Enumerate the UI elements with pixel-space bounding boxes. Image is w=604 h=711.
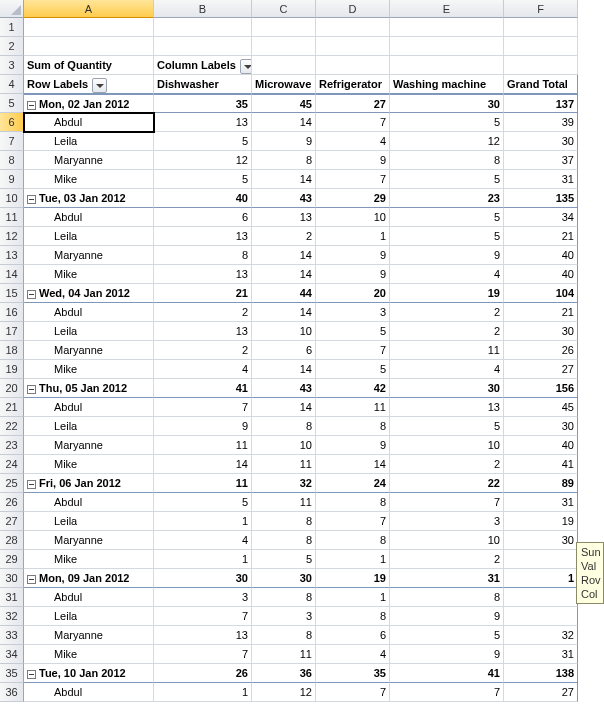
row-header-29[interactable]: 29 — [0, 550, 24, 569]
row-header-1[interactable]: 1 — [0, 18, 24, 37]
pivot-row-label[interactable]: Abdul — [24, 588, 154, 607]
column-header-C[interactable]: C — [252, 0, 316, 18]
row-header-23[interactable]: 23 — [0, 436, 24, 455]
row-header-33[interactable]: 33 — [0, 626, 24, 645]
pivot-group-header[interactable]: Thu, 05 Jan 2012 — [24, 379, 154, 398]
empty-cell[interactable] — [154, 37, 252, 56]
pivot-group-header[interactable]: Wed, 04 Jan 2012 — [24, 284, 154, 303]
row-labels-dropdown-icon[interactable] — [92, 78, 107, 93]
row-header-21[interactable]: 21 — [0, 398, 24, 417]
collapse-icon[interactable] — [27, 575, 36, 584]
pivot-row-label[interactable]: Leila — [24, 322, 154, 341]
pivot-row-label[interactable]: Leila — [24, 607, 154, 626]
column-header-B[interactable]: B — [154, 0, 252, 18]
empty-cell[interactable] — [252, 18, 316, 37]
row-header-13[interactable]: 13 — [0, 246, 24, 265]
column-header-A[interactable]: A — [24, 0, 154, 18]
collapse-icon[interactable] — [27, 670, 36, 679]
row-header-18[interactable]: 18 — [0, 341, 24, 360]
pivot-row-label[interactable]: Abdul — [24, 113, 154, 132]
select-all-corner[interactable] — [0, 0, 24, 18]
collapse-icon[interactable] — [27, 480, 36, 489]
row-header-5[interactable]: 5 — [0, 94, 24, 113]
empty-cell[interactable] — [252, 37, 316, 56]
pivot-row-label[interactable]: Abdul — [24, 398, 154, 417]
pivot-row-label[interactable]: Maryanne — [24, 341, 154, 360]
empty-cell[interactable] — [504, 18, 578, 37]
pivot-row-label[interactable]: Abdul — [24, 208, 154, 227]
pivot-group-header[interactable]: Tue, 03 Jan 2012 — [24, 189, 154, 208]
pivot-row-field[interactable]: Row Labels — [24, 75, 154, 94]
row-header-34[interactable]: 34 — [0, 645, 24, 664]
empty-cell[interactable] — [252, 56, 316, 75]
pivot-row-label[interactable]: Abdul — [24, 493, 154, 512]
pivot-group-header[interactable]: Fri, 06 Jan 2012 — [24, 474, 154, 493]
pivot-row-label[interactable]: Mike — [24, 455, 154, 474]
row-header-31[interactable]: 31 — [0, 588, 24, 607]
row-header-4[interactable]: 4 — [0, 75, 24, 94]
pivot-group-header[interactable]: Mon, 09 Jan 2012 — [24, 569, 154, 588]
pivot-row-label[interactable]: Mike — [24, 170, 154, 189]
pivot-row-label[interactable]: Abdul — [24, 683, 154, 702]
row-header-26[interactable]: 26 — [0, 493, 24, 512]
pivot-row-label[interactable]: Maryanne — [24, 151, 154, 170]
pivot-group-header[interactable]: Mon, 02 Jan 2012 — [24, 94, 154, 113]
row-header-11[interactable]: 11 — [0, 208, 24, 227]
row-header-19[interactable]: 19 — [0, 360, 24, 379]
row-header-3[interactable]: 3 — [0, 56, 24, 75]
pivot-row-label[interactable]: Mike — [24, 645, 154, 664]
pivot-row-label[interactable]: Mike — [24, 265, 154, 284]
pivot-row-label[interactable]: Leila — [24, 132, 154, 151]
row-header-20[interactable]: 20 — [0, 379, 24, 398]
collapse-icon[interactable] — [27, 101, 36, 110]
row-header-24[interactable]: 24 — [0, 455, 24, 474]
row-header-36[interactable]: 36 — [0, 683, 24, 702]
empty-cell[interactable] — [24, 18, 154, 37]
pivot-row-label[interactable]: Mike — [24, 550, 154, 569]
row-header-15[interactable]: 15 — [0, 284, 24, 303]
pivot-row-label[interactable]: Leila — [24, 227, 154, 246]
pivot-column-field[interactable]: Column Labels — [154, 56, 252, 75]
row-header-28[interactable]: 28 — [0, 531, 24, 550]
empty-cell[interactable] — [504, 56, 578, 75]
empty-cell[interactable] — [316, 56, 390, 75]
row-header-2[interactable]: 2 — [0, 37, 24, 56]
row-header-27[interactable]: 27 — [0, 512, 24, 531]
empty-cell[interactable] — [390, 18, 504, 37]
empty-cell[interactable] — [504, 37, 578, 56]
row-header-32[interactable]: 32 — [0, 607, 24, 626]
row-header-9[interactable]: 9 — [0, 170, 24, 189]
pivot-row-label[interactable]: Maryanne — [24, 246, 154, 265]
row-header-35[interactable]: 35 — [0, 664, 24, 683]
row-header-12[interactable]: 12 — [0, 227, 24, 246]
empty-cell[interactable] — [390, 56, 504, 75]
pivot-row-label[interactable]: Abdul — [24, 303, 154, 322]
row-header-17[interactable]: 17 — [0, 322, 24, 341]
row-header-7[interactable]: 7 — [0, 132, 24, 151]
row-header-30[interactable]: 30 — [0, 569, 24, 588]
collapse-icon[interactable] — [27, 385, 36, 394]
empty-cell[interactable] — [154, 18, 252, 37]
pivot-row-label[interactable]: Maryanne — [24, 436, 154, 455]
row-header-22[interactable]: 22 — [0, 417, 24, 436]
pivot-row-label[interactable]: Leila — [24, 417, 154, 436]
empty-cell[interactable] — [24, 37, 154, 56]
pivot-row-label[interactable]: Mike — [24, 360, 154, 379]
pivot-row-label[interactable]: Leila — [24, 512, 154, 531]
empty-cell[interactable] — [316, 37, 390, 56]
row-header-16[interactable]: 16 — [0, 303, 24, 322]
column-header-D[interactable]: D — [316, 0, 390, 18]
pivot-row-label[interactable]: Maryanne — [24, 531, 154, 550]
empty-cell[interactable] — [316, 18, 390, 37]
row-header-8[interactable]: 8 — [0, 151, 24, 170]
row-header-10[interactable]: 10 — [0, 189, 24, 208]
pivot-group-header[interactable]: Tue, 10 Jan 2012 — [24, 664, 154, 683]
collapse-icon[interactable] — [27, 290, 36, 299]
column-labels-dropdown-icon[interactable] — [240, 59, 252, 74]
collapse-icon[interactable] — [27, 195, 36, 204]
column-header-F[interactable]: F — [504, 0, 578, 18]
column-header-E[interactable]: E — [390, 0, 504, 18]
row-header-25[interactable]: 25 — [0, 474, 24, 493]
empty-cell[interactable] — [390, 37, 504, 56]
row-header-6[interactable]: 6 — [0, 113, 24, 132]
